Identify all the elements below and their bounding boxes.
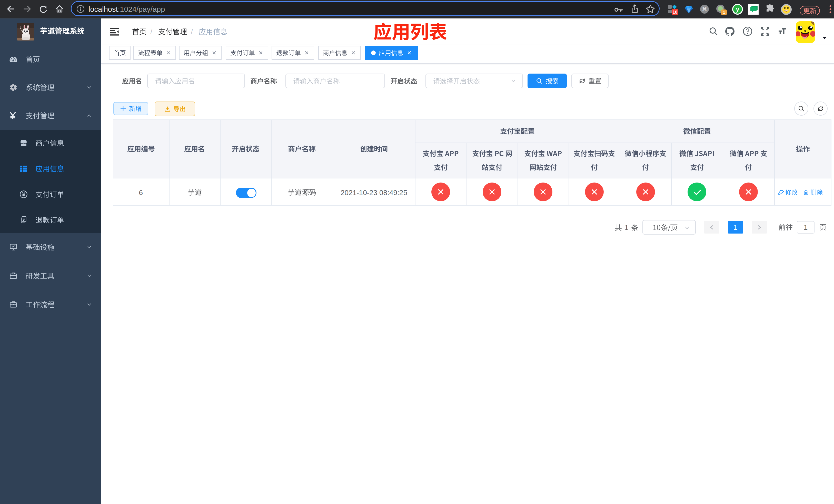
svg-text:⌘: ⌘ (702, 6, 707, 12)
svg-text:10: 10 (673, 10, 678, 15)
svg-text:1: 1 (723, 10, 725, 15)
svg-text:y: y (736, 6, 739, 13)
